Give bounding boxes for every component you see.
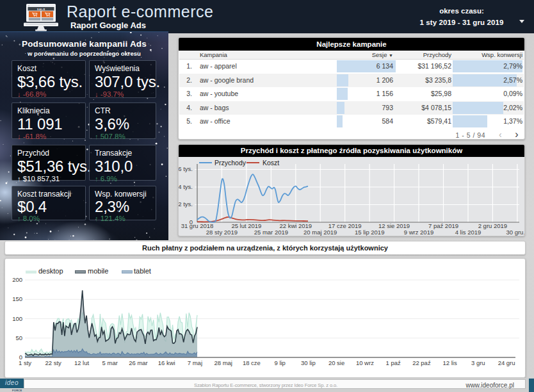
svg-text:2 tys.: 2 tys. (179, 200, 193, 208)
svg-text:20 maj 2019: 20 maj 2019 (303, 229, 337, 236)
svg-text:30 lip: 30 lip (301, 359, 316, 366)
svg-text:28 sty 2019: 28 sty 2019 (206, 229, 238, 236)
svg-text:desktop: desktop (38, 267, 63, 275)
svg-text:tablet: tablet (134, 267, 151, 275)
svg-text:3 gru: 3 gru (471, 359, 485, 366)
svg-text:5 mar: 5 mar (102, 359, 118, 366)
svg-text:Przychody: Przychody (214, 159, 247, 167)
svg-text:2 gru 2019: 2 gru 2019 (478, 222, 507, 229)
svg-text:20 sie: 20 sie (328, 359, 344, 366)
svg-text:7 paź 2019: 7 paź 2019 (428, 222, 458, 229)
svg-text:26 mar: 26 mar (129, 359, 148, 366)
svg-text:7 maj: 7 maj (188, 359, 202, 366)
svg-text:mobile: mobile (88, 267, 108, 275)
svg-text:10 wrz: 10 wrz (356, 359, 374, 366)
svg-text:4 tys.: 4 tys. (179, 183, 193, 190)
svg-text:25 mar 2019: 25 mar 2019 (254, 229, 288, 236)
svg-text:4 lis 2019: 4 lis 2019 (455, 229, 481, 236)
svg-text:9 wrz 2019: 9 wrz 2019 (404, 229, 433, 236)
svg-text:22 sty: 22 sty (45, 359, 62, 366)
svg-text:6 tys.: 6 tys. (179, 165, 193, 172)
svg-text:50: 50 (15, 334, 22, 341)
svg-text:1 paź: 1 paź (385, 359, 400, 366)
svg-text:28 maj: 28 maj (214, 359, 232, 366)
svg-text:S A L E: S A L E (37, 8, 45, 11)
svg-text:200: 200 (12, 276, 22, 283)
svg-text:Koszt: Koszt (263, 159, 279, 167)
svg-text:100: 100 (12, 315, 22, 322)
svg-text:30 gru...: 30 gru... (506, 229, 524, 236)
svg-text:15 lip 2019: 15 lip 2019 (355, 229, 384, 236)
svg-text:16 kwi: 16 kwi (158, 359, 175, 366)
svg-text:1 sty: 1 sty (19, 359, 31, 366)
svg-text:22 paź: 22 paź (412, 359, 431, 366)
svg-text:12 lut: 12 lut (74, 359, 90, 366)
svg-text:12 lis: 12 lis (443, 359, 457, 366)
svg-text:24 gru: 24 gru (498, 359, 515, 366)
svg-text:18 cze: 18 cze (243, 359, 261, 366)
svg-text:9 lip: 9 lip (274, 359, 285, 366)
svg-text:150: 150 (12, 295, 22, 302)
